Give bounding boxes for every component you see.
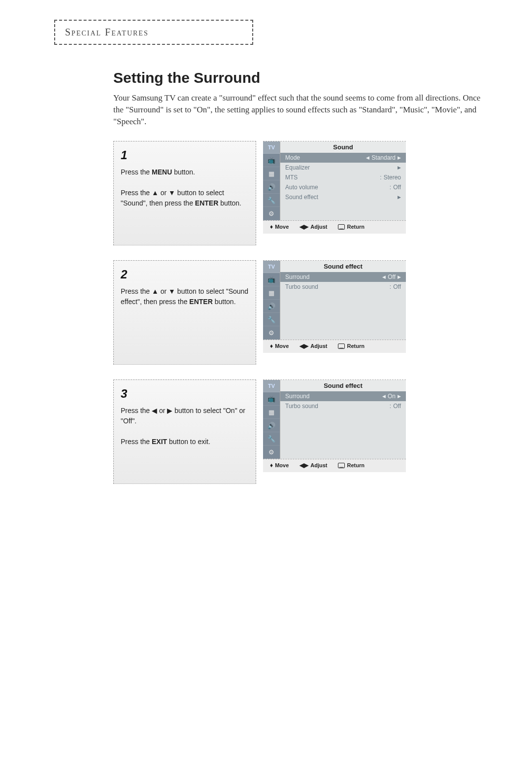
osd-row-equalizer: Equalizer▶ [280,163,406,172]
header-box-text: Special Features [65,27,149,37]
step-3-line2: Press the EXIT button to exit. [121,437,249,447]
osd-tab-5: 🔧 [263,194,280,207]
step-1-row: 1 Press the MENU button. Press the ▲ or … [113,141,488,245]
step-1-text: 1 Press the MENU button. Press the ▲ or … [113,141,256,245]
intro-paragraph: Your Samsung TV can create a "surround" … [113,92,488,127]
osd-sidebar: TV 📺 ▦ 🔊 🔧 ⚙ [263,380,280,459]
osd-row-autovolume: Auto volume: Off [280,182,406,192]
step-2-text: 2 Press the ▲ or ▼ button to select "Sou… [113,260,256,365]
header-box: Special Features [54,20,253,45]
osd-row-surround: Surround ◀On▶ [280,391,406,401]
osd-screenshot-1: TV 📺 ▦ 🔊 🔧 ⚙ Sound Mode ◀Standard▶ [263,141,406,234]
osd-sidebar: TV 📺 ▦ 🔊 🔧 ⚙ [263,261,280,340]
osd-row-turbo: Turbo sound: Off [280,282,406,292]
content-area: Setting the Surround Your Samsung TV can… [113,69,488,484]
step-3-text: 3 Press the ◀ or ▶ button to select "On"… [113,379,256,484]
step-3-number: 3 [121,385,249,403]
step-2-number: 2 [121,266,249,283]
osd-footer: ♦Move ◀▶Adjust ⎯⎯Return [263,220,406,234]
osd-tab-2: 📺 [263,154,280,167]
step-2-line1: Press the ▲ or ▼ button to select "Sound… [121,286,249,307]
osd-row-mts: MTS: Stereo [280,172,406,182]
step-2-row: 2 Press the ▲ or ▼ button to select "Sou… [113,260,488,365]
osd-row-mode: Mode ◀Standard▶ [280,153,406,163]
osd-screenshot-3: TV 📺 ▦ 🔊 🔧 ⚙ Sound effect Surround ◀On▶ [263,379,406,472]
step-1-line1: Press the MENU button. [121,167,249,177]
step-1-line2: Press the ▲ or ▼ button to select "Sound… [121,188,249,208]
osd-title: Sound effect [280,261,406,272]
osd-footer: ♦Move ◀▶Adjust ⎯⎯Return [263,459,406,472]
osd-title: Sound effect [280,380,406,391]
osd-sidebar: TV 📺 ▦ 🔊 🔧 ⚙ [263,141,280,220]
osd-footer: ♦Move ◀▶Adjust ⎯⎯Return [263,340,406,353]
step-3-row: 3 Press the ◀ or ▶ button to select "On"… [113,379,488,484]
osd-row-surround: Surround ◀Off▶ [280,272,406,282]
osd-tab-4: 🔊 [263,180,280,194]
osd-tab-3: ▦ [263,167,280,180]
step-3-line1: Press the ◀ or ▶ button to select "On" o… [121,406,249,426]
page-title: Setting the Surround [113,69,488,86]
osd-row-soundeffect: Sound effect▶ [280,192,406,202]
step-1-number: 1 [121,146,249,164]
osd-row-turbo: Turbo sound: Off [280,401,406,411]
osd-tab-6: ⚙ [263,207,280,220]
osd-title: Sound [280,141,406,153]
osd-tab-tv: TV [263,141,280,154]
osd-screenshot-2: TV 📺 ▦ 🔊 🔧 ⚙ Sound effect Surround ◀Off▶ [263,260,406,353]
